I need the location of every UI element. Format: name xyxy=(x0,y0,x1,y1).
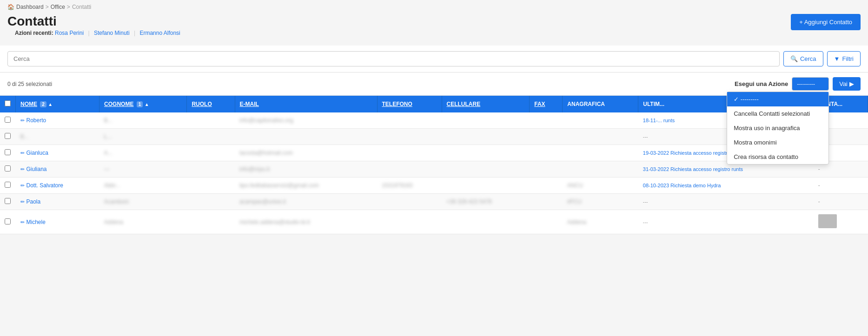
row-checkbox[interactable] xyxy=(5,182,11,188)
filter-button[interactable]: ▼ Filtri xyxy=(827,51,861,66)
add-contact-button[interactable]: + Aggiungi Contatto xyxy=(791,14,861,30)
contact-nome[interactable]: Giuliana xyxy=(27,166,47,172)
contact-telefono xyxy=(377,194,442,210)
contact-ruolo xyxy=(187,112,235,129)
contact-cognome: Acamboni xyxy=(104,198,129,205)
filter-button-label: Filtri xyxy=(842,55,854,62)
contact-nome[interactable]: Paola xyxy=(27,198,41,205)
edit-icon[interactable]: ✏ xyxy=(20,199,25,204)
table-row: ✏Paola Acamboni acampao@unive.it +39 329… xyxy=(0,194,868,210)
edit-icon[interactable]: ✏ xyxy=(20,183,25,188)
col-cellulare-link[interactable]: CELLULARE xyxy=(447,101,481,107)
selection-info: 0 di 25 selezionati xyxy=(7,81,52,87)
contact-ultima[interactable]: 31-03-2022 Richiesta accesso registro ru… xyxy=(643,166,743,172)
breadcrumb-sep1: > xyxy=(46,4,49,10)
dropdown-item-show-usage[interactable]: Mostra uso in anagrafica xyxy=(727,121,828,135)
contact-cellulare xyxy=(442,112,530,129)
action-label: Esegui una Azione xyxy=(735,80,788,87)
breadcrumb-sep2: > xyxy=(67,4,70,10)
row-checkbox[interactable] xyxy=(5,218,11,224)
contact-telefono xyxy=(377,161,442,178)
go-button-label: Vai xyxy=(839,80,848,87)
recent-action-1[interactable]: Rosa Perini xyxy=(55,30,84,36)
col-email[interactable]: E-MAIL xyxy=(235,96,377,112)
col-cellulare[interactable]: CELLULARE xyxy=(442,96,530,112)
breadcrumb-dashboard[interactable]: Dashboard xyxy=(16,4,44,10)
dropdown-item-delete[interactable]: Cancella Contatti selezionati xyxy=(727,106,828,121)
col-telefono-link[interactable]: TELEFONO xyxy=(382,101,412,107)
contact-cellulare xyxy=(442,210,530,234)
dropdown-item-empty[interactable]: --------- xyxy=(727,92,828,106)
contact-anagrafica: #FCU xyxy=(567,198,582,205)
col-ruolo-link[interactable]: RUOLO xyxy=(192,101,212,107)
selected-action-label: --------- xyxy=(797,80,815,87)
contact-email: acampao@unive.it xyxy=(239,198,286,205)
contact-email: info@capitonaliso.org xyxy=(239,117,293,124)
contact-thumb xyxy=(818,214,837,228)
breadcrumb-office[interactable]: Office xyxy=(51,4,65,10)
page-title: Contatti xyxy=(7,14,188,29)
col-ruolo[interactable]: RUOLO xyxy=(187,96,235,112)
row-checkbox[interactable] xyxy=(5,133,11,139)
contact-nome[interactable]: Michele xyxy=(27,219,46,225)
contact-ultima[interactable]: 18-11-... runts xyxy=(643,118,675,123)
row-checkbox[interactable] xyxy=(5,198,11,204)
contact-ultima: --- xyxy=(638,210,814,234)
filter-icon: ▼ xyxy=(834,55,840,62)
dropdown-item-create-resource[interactable]: Crea risorsa da contatto xyxy=(727,150,828,164)
contact-telefono: 1531979163 xyxy=(382,182,413,189)
dropdown-item-show-homonyms[interactable]: Mostra omonimi xyxy=(727,135,828,150)
select-all-header[interactable] xyxy=(0,96,16,112)
search-input[interactable] xyxy=(7,51,780,66)
contact-nome[interactable]: Roberto xyxy=(27,117,46,124)
contact-ruolo xyxy=(187,210,235,234)
contact-cognome: A... xyxy=(104,150,113,156)
contact-conta: - xyxy=(814,194,868,210)
col-cognome-link[interactable]: COGNOME xyxy=(104,101,133,107)
col-email-link[interactable]: E-MAIL xyxy=(240,101,259,107)
col-telefono[interactable]: TELEFONO xyxy=(377,96,442,112)
contact-cognome: — xyxy=(104,166,110,172)
contact-ruolo xyxy=(187,178,235,194)
row-checkbox[interactable] xyxy=(5,117,11,123)
select-all-checkbox[interactable] xyxy=(5,100,11,106)
contact-email: michele.addena@studio-bi.it xyxy=(239,219,310,225)
contact-fax xyxy=(530,145,563,161)
contact-nome[interactable]: Gianluca xyxy=(27,150,48,156)
row-checkbox[interactable] xyxy=(5,149,11,155)
recent-action-3[interactable]: Ermanno Alfonsi xyxy=(139,30,180,36)
contact-fax xyxy=(530,161,563,178)
col-cognome[interactable]: COGNOME 1 ▲ xyxy=(99,96,187,112)
col-nome-link[interactable]: NOME xyxy=(20,101,37,107)
contact-conta xyxy=(814,210,868,234)
contact-anagrafica: Addena xyxy=(567,219,586,225)
edit-icon[interactable]: ✏ xyxy=(20,219,25,225)
contact-nome[interactable]: Dott. Salvatore xyxy=(27,182,63,189)
contact-anagrafica xyxy=(563,129,638,145)
go-button[interactable]: Vai ▶ xyxy=(833,77,861,91)
table-row: ✏Michele Addena michele.addena@studio-bi… xyxy=(0,210,868,234)
contact-email xyxy=(235,129,377,145)
edit-icon[interactable]: ✏ xyxy=(20,150,25,156)
action-dropdown-wrapper[interactable]: --------- --------- Cancella Contatti se… xyxy=(792,77,829,91)
col-fax[interactable]: FAX xyxy=(530,96,563,112)
col-nome[interactable]: NOME 2 ▲ xyxy=(16,96,99,112)
search-button-label: Cerca xyxy=(800,55,816,62)
row-checkbox[interactable] xyxy=(5,165,11,171)
col-nome-sort: ▲ xyxy=(48,102,53,107)
col-nome-badge: 2 xyxy=(40,101,46,107)
contact-email: info@nrpu.it xyxy=(239,166,270,172)
go-arrow-icon: ▶ xyxy=(849,80,854,87)
col-fax-link[interactable]: FAX xyxy=(534,101,545,107)
edit-icon[interactable]: ✏ xyxy=(20,166,25,172)
edit-icon[interactable]: ✏ xyxy=(20,118,25,123)
action-dropdown-menu: --------- Cancella Contatti selezionati … xyxy=(727,92,829,165)
contact-email: lacosta@hotmail.com xyxy=(239,150,293,156)
col-cognome-sort: ▲ xyxy=(145,102,149,107)
action-select-display[interactable]: --------- xyxy=(792,77,829,91)
contact-cellulare xyxy=(442,178,530,194)
search-button[interactable]: 🔍 Cerca xyxy=(783,51,823,66)
contact-ultima[interactable]: 08-10-2023 Richiesta demo Hydra xyxy=(643,183,721,188)
contact-anagrafica xyxy=(563,145,638,161)
recent-action-2[interactable]: Stefano Minuti xyxy=(94,30,130,36)
